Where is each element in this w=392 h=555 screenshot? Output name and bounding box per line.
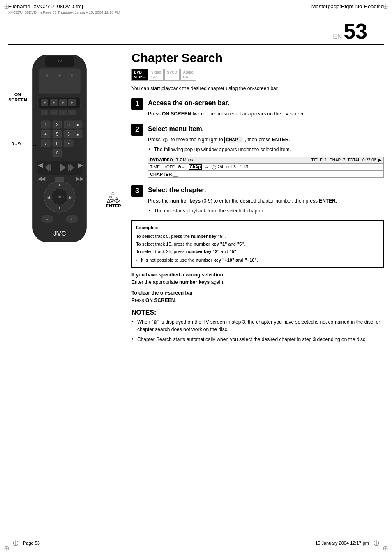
bar-theta: Θ→ xyxy=(178,165,185,169)
svg-text:+: + xyxy=(71,101,73,105)
page-header: Filename [XVC27U_08DVD.fm] XVC27U_08DVD.… xyxy=(0,0,392,16)
svg-text:4: 4 xyxy=(44,132,47,136)
bar-row-2: TIME ↺OFF Θ→ ChAp → ◯ 2/4 □ 1/3 ⏱1/1 xyxy=(148,164,383,171)
svcd-badge: SVCD xyxy=(164,69,180,81)
svg-text:▶: ▶ xyxy=(69,195,72,200)
filename: Filename [XVC27U_08DVD.fm] xyxy=(8,3,120,9)
bar-pages: □ 1/3 xyxy=(226,165,236,169)
content-column: Chapter Search DVDVIDEO VideoCD SVCD Aud… xyxy=(131,49,384,345)
svg-text:7: 7 xyxy=(44,141,47,146)
step-3-bullet: The unit starts playback from the select… xyxy=(154,207,384,214)
svg-text:◀: ◀ xyxy=(38,161,43,168)
video-cd-badge: VideoCD xyxy=(149,69,164,81)
bar-fraction: ◯ 2/4 xyxy=(212,165,223,169)
bar-row-3: CHAPTER __ xyxy=(148,171,383,177)
bar-dvd-label: DVD-VIDEO xyxy=(150,158,173,162)
svg-text:−: − xyxy=(53,111,55,115)
remote-area: ONSCREEN → 0 - 9 → △▽◁▷ENTER TV xyxy=(21,53,99,251)
remote-control-column: ONSCREEN → 0 - 9 → △▽◁▷ENTER TV xyxy=(8,49,123,345)
example-1: To select track 5, press the number key … xyxy=(136,233,379,240)
remote-control-svg: TV + + + + xyxy=(21,53,99,250)
svg-text:1: 1 xyxy=(44,122,47,127)
page-number-area: EN 53 xyxy=(8,16,384,45)
bar-time2: ⏱1/1 xyxy=(239,165,249,169)
svg-text:▽: ▽ xyxy=(109,196,112,200)
svg-text:8: 8 xyxy=(56,141,58,146)
examples-title: Examples: xyxy=(136,224,379,232)
svg-text:■: ■ xyxy=(76,122,79,127)
step-1-number: 1 xyxy=(131,98,143,110)
corner-crosshair-tl xyxy=(3,3,10,10)
step-3-body: Press the number keys (0-9) to enter the… xyxy=(148,197,384,205)
step-2-title: Select menu item. xyxy=(148,124,384,136)
step-2-number: 2 xyxy=(131,124,143,136)
svg-text:−: − xyxy=(46,217,48,221)
zero-nine-label: 0 - 9 xyxy=(12,141,21,146)
header-left: Filename [XVC27U_08DVD.fm] XVC27U_08DVD.… xyxy=(8,3,120,14)
page-title: Chapter Search xyxy=(131,51,384,65)
svg-text:CENTER: CENTER xyxy=(54,196,66,198)
svg-text:▶▶: ▶▶ xyxy=(76,176,84,182)
bar-row-1: DVD-VIDEO 7.7 Mbps TITLE 1 CHAP 7 TOTAL … xyxy=(148,157,383,164)
clear-bar-heading: To clear the on-screen bar xyxy=(131,290,384,296)
note-2: Chapter Search starts automatically when… xyxy=(131,336,384,343)
intro-text: You can start playback the desired chapt… xyxy=(131,85,384,92)
svg-text:+: + xyxy=(44,101,46,105)
svg-text:6: 6 xyxy=(67,132,70,136)
step-3-title: Select the chapter. xyxy=(148,185,384,197)
svg-text:0: 0 xyxy=(56,151,58,155)
footer-page-label: Page 53 xyxy=(23,541,40,546)
svg-point-4 xyxy=(46,74,48,77)
chap-highlight: CHAP→ xyxy=(224,137,243,143)
svg-text:+: + xyxy=(53,101,55,105)
svg-text:◀◀: ◀◀ xyxy=(38,176,46,182)
step-1-body: Press ON SCREEN twice. The on-screen bar… xyxy=(148,110,384,118)
svg-text:▼: ▼ xyxy=(58,205,62,210)
corner-crosshair-bl xyxy=(3,545,10,552)
on-screen-arrow: → xyxy=(32,94,37,100)
step-2-bullet: The following pop-up window appears unde… xyxy=(154,146,384,153)
note-1: When "⊗" is displayed on the TV screen i… xyxy=(131,318,384,333)
header-subline: XVC27U_08DVD.fm Page 53 Thursday, Januar… xyxy=(8,10,120,14)
svg-text:TV: TV xyxy=(57,59,62,63)
bar-chap-btn: ChAp xyxy=(189,164,202,170)
example-3: To select track 25, press number key "2"… xyxy=(136,248,379,256)
footer-right: 15 January 2004 12:17 pm xyxy=(315,540,380,546)
bar-title-info: TITLE 1 CHAP 7 TOTAL 0:27:06 ▶ xyxy=(311,158,382,162)
corner-crosshair-tr xyxy=(382,3,389,10)
example-bullet: It is not possible to use the number key… xyxy=(136,256,379,264)
step-3-number: 3 xyxy=(131,185,143,197)
footer-left: Page 53 xyxy=(12,540,40,546)
clear-bar-body: Press ON SCREEN. xyxy=(131,297,384,304)
crosshair-icon-left xyxy=(12,540,19,546)
step-3-content: Select the chapter. Press the number key… xyxy=(148,185,384,216)
svg-text:−: − xyxy=(44,111,46,115)
svg-text:+: + xyxy=(62,101,64,105)
svg-text:+: + xyxy=(71,217,73,221)
svg-text:▲: ▲ xyxy=(58,182,62,187)
svg-text:3: 3 xyxy=(67,122,70,127)
zero-nine-arrow: → xyxy=(32,143,37,148)
bar-mbps: 7.7 Mbps xyxy=(176,158,193,162)
bar-time: TIME xyxy=(150,165,160,169)
wrong-selection-heading: If you have specified a wrong selection xyxy=(131,272,384,278)
wrong-selection-body: Enter the appropriate number keys again. xyxy=(131,279,384,286)
svg-text:JVC: JVC xyxy=(53,230,66,237)
step-1-title: Access the on-screen bar. xyxy=(148,98,384,110)
main-content: ONSCREEN → 0 - 9 → △▽◁▷ENTER TV xyxy=(0,45,392,350)
step-2-body: Press ◁▷ to move the hightlight to CHAP→… xyxy=(148,136,384,144)
step-2-content: Select menu item. Press ◁▷ to move the h… xyxy=(148,124,384,181)
header-right: Masterpage:Right-No-Heading xyxy=(311,3,384,9)
crosshair-icon-right xyxy=(373,540,380,546)
bar-chap-arrow: → xyxy=(204,165,208,169)
svg-text:◀: ◀ xyxy=(47,195,50,200)
chapter-label: CHAPTER __ xyxy=(150,172,178,177)
example-2: To select track 15, press the number key… xyxy=(136,240,379,248)
enter-arrows: △ ▽ ▷ xyxy=(107,188,119,204)
svg-text:■: ■ xyxy=(76,132,79,136)
svg-text:5: 5 xyxy=(56,132,58,136)
corner-crosshair-br xyxy=(382,545,389,552)
bar-off: ↺OFF xyxy=(163,165,175,169)
step-1-content: Access the on-screen bar. Press ON SCREE… xyxy=(148,98,384,120)
step-3: 3 Select the chapter. Press the number k… xyxy=(131,185,384,216)
